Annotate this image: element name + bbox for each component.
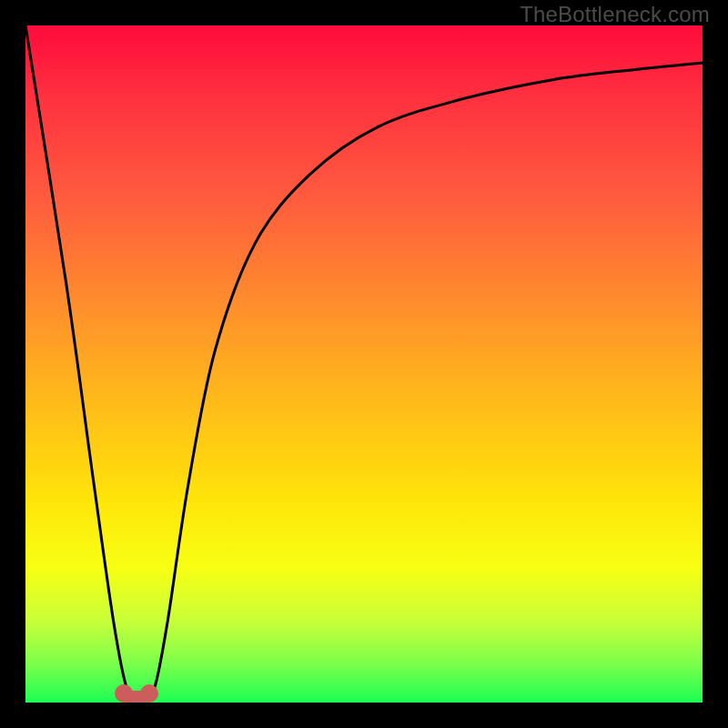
- optimal-marker: [115, 682, 158, 703]
- chart-frame: TheBottleneck.com: [0, 0, 728, 728]
- bottleneck-curve: [25, 25, 703, 703]
- plot-area: [25, 25, 703, 703]
- watermark-text: TheBottleneck.com: [520, 2, 710, 27]
